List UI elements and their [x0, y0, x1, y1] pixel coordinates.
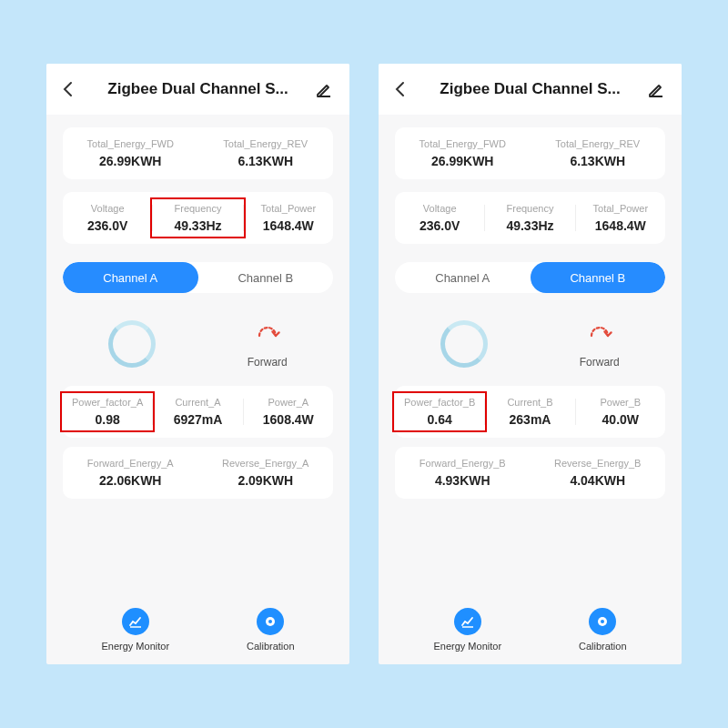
channel-metrics-card: Power_factor_A 0.98 Current_A 6927mA Pow…	[63, 386, 333, 438]
voltage-value: 236.0V	[395, 218, 484, 233]
svg-point-3	[601, 620, 604, 623]
tab-channel-b[interactable]: Channel B	[531, 262, 666, 293]
direction-label: Forward	[580, 356, 620, 369]
direction-label: Forward	[248, 356, 288, 369]
bottom-tools: Energy Monitor Calibration	[63, 599, 333, 664]
total-power-value: 1648.4W	[244, 218, 333, 233]
calibration-label: Calibration	[247, 641, 295, 652]
tab-channel-a[interactable]: Channel A	[395, 262, 531, 293]
spinner-icon	[440, 320, 488, 368]
chevron-left-icon	[391, 80, 410, 98]
total-power-cell: Total_Power 1648.4W	[576, 203, 665, 233]
power-factor-cell: Power_factor_A 0.98	[63, 397, 152, 427]
edit-button[interactable]	[647, 80, 669, 98]
energy-monitor-label: Energy Monitor	[433, 641, 501, 652]
total-energy-card: Total_Energy_FWD 26.99KWH Total_Energy_R…	[63, 127, 333, 179]
total-power-label: Total_Power	[244, 203, 333, 214]
frequency-cell: Frequency 49.33Hz	[485, 203, 574, 233]
total-rev-value: 6.13KWH	[198, 154, 334, 168]
power-label: Power_A	[244, 397, 333, 408]
calibration-label: Calibration	[579, 641, 627, 652]
forward-energy-value: 22.06KWH	[63, 473, 198, 488]
chevron-left-icon	[59, 80, 77, 98]
body: Total_Energy_FWD 26.99KWH Total_Energy_R…	[46, 115, 349, 664]
back-button[interactable]	[391, 80, 413, 98]
power-factor-cell: Power_factor_B 0.64	[395, 397, 484, 427]
header: Zigbee Dual Channel S...	[379, 64, 682, 115]
forward-energy-cell: Forward_Energy_A 22.06KWH	[63, 458, 198, 488]
current-value: 6927mA	[153, 412, 242, 427]
total-fwd-cell: Total_Energy_FWD 26.99KWH	[395, 138, 531, 168]
total-power-value: 1648.4W	[576, 218, 665, 233]
channel-visual: Forward	[395, 302, 665, 386]
energy-monitor-button[interactable]: Energy Monitor	[433, 608, 501, 652]
body: Total_Energy_FWD 26.99KWH Total_Energy_R…	[379, 115, 682, 664]
power-label: Power_B	[576, 397, 665, 408]
pencil-icon	[315, 80, 333, 98]
svg-point-1	[268, 620, 272, 623]
energy-monitor-button[interactable]: Energy Monitor	[101, 608, 169, 652]
spinner-icon	[108, 320, 156, 368]
total-energy-card: Total_Energy_FWD 26.99KWH Total_Energy_R…	[395, 127, 665, 179]
forward-icon	[583, 319, 616, 352]
frequency-cell: Frequency 49.33Hz	[153, 203, 242, 233]
voltage-cell: Voltage 236.0V	[395, 203, 484, 233]
current-cell: Current_A 6927mA	[153, 397, 242, 427]
forward-icon	[251, 319, 284, 352]
power-cell: Power_B 40.0W	[576, 397, 665, 427]
current-cell: Current_B 263mA	[485, 397, 574, 427]
power-factor-value: 0.64	[395, 412, 484, 427]
channel-visual: Forward	[63, 302, 333, 386]
power-value: 40.0W	[576, 412, 665, 427]
edit-button[interactable]	[315, 80, 337, 98]
power-factor-value: 0.98	[63, 412, 152, 427]
direction-indicator: Forward	[248, 319, 288, 369]
voltage-label: Voltage	[395, 203, 484, 214]
total-fwd-label: Total_Energy_FWD	[395, 138, 531, 149]
header: Zigbee Dual Channel S...	[46, 64, 349, 115]
gear-icon	[257, 608, 284, 635]
power-factor-label: Power_factor_B	[395, 397, 484, 408]
channel-tabs: Channel A Channel B	[395, 262, 665, 293]
channel-energy-card: Forward_Energy_B 4.93KWH Reverse_Energy_…	[395, 447, 665, 499]
forward-energy-value: 4.93KWH	[395, 473, 531, 488]
page-title: Zigbee Dual Channel S...	[81, 80, 315, 98]
power-factor-label: Power_factor_A	[63, 397, 152, 408]
reverse-energy-cell: Reverse_Energy_B 4.04KWH	[531, 458, 666, 488]
total-power-label: Total_Power	[576, 203, 665, 214]
power-value: 1608.4W	[244, 412, 333, 427]
phone-left: Zigbee Dual Channel S... Total_Energy_FW…	[46, 64, 349, 664]
channel-energy-card: Forward_Energy_A 22.06KWH Reverse_Energy…	[63, 447, 333, 499]
mains-card: Voltage 236.0V Frequency 49.33Hz Total_P…	[63, 192, 333, 244]
tab-channel-b[interactable]: Channel B	[198, 262, 334, 293]
voltage-cell: Voltage 236.0V	[63, 203, 152, 233]
total-rev-cell: Total_Energy_REV 6.13KWH	[531, 138, 666, 168]
reverse-energy-cell: Reverse_Energy_A 2.09KWH	[198, 458, 334, 488]
total-rev-value: 6.13KWH	[531, 154, 666, 168]
channel-tabs: Channel A Channel B	[63, 262, 333, 293]
voltage-label: Voltage	[63, 203, 152, 214]
frequency-value: 49.33Hz	[485, 218, 574, 233]
total-power-cell: Total_Power 1648.4W	[244, 203, 333, 233]
total-fwd-label: Total_Energy_FWD	[63, 138, 198, 149]
voltage-value: 236.0V	[63, 218, 152, 233]
calibration-button[interactable]: Calibration	[247, 608, 295, 652]
tab-channel-a[interactable]: Channel A	[63, 262, 198, 293]
forward-energy-cell: Forward_Energy_B 4.93KWH	[395, 458, 531, 488]
reverse-energy-value: 2.09KWH	[198, 473, 334, 488]
forward-energy-label: Forward_Energy_A	[63, 458, 198, 469]
reverse-energy-value: 4.04KWH	[531, 473, 666, 488]
frequency-label: Frequency	[485, 203, 574, 214]
chart-icon	[454, 608, 481, 635]
power-cell: Power_A 1608.4W	[244, 397, 333, 427]
reverse-energy-label: Reverse_Energy_A	[198, 458, 334, 469]
current-label: Current_B	[485, 397, 574, 408]
back-button[interactable]	[59, 80, 81, 98]
calibration-button[interactable]: Calibration	[579, 608, 627, 652]
pencil-icon	[647, 80, 665, 98]
total-fwd-cell: Total_Energy_FWD 26.99KWH	[63, 138, 198, 168]
bottom-tools: Energy Monitor Calibration	[395, 599, 665, 664]
total-fwd-value: 26.99KWH	[63, 154, 198, 168]
channel-metrics-card: Power_factor_B 0.64 Current_B 263mA Powe…	[395, 386, 665, 438]
page-title: Zigbee Dual Channel S...	[413, 80, 647, 98]
